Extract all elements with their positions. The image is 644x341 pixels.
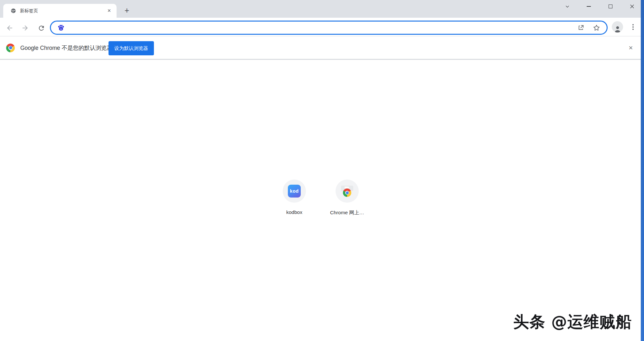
new-tab-page-content: kod kodbox Chrome 网上… 头条 @运维贼船 bbox=[0, 61, 641, 341]
maximize-button[interactable] bbox=[600, 0, 621, 13]
watermark-text: 头条 @运维贼船 bbox=[513, 311, 632, 333]
profile-avatar-icon bbox=[614, 25, 621, 32]
profile-button[interactable] bbox=[612, 21, 623, 32]
shortcut-label: Chrome 网上… bbox=[326, 209, 368, 216]
browser-menu-button[interactable] bbox=[629, 22, 637, 32]
address-bar[interactable]: du bbox=[50, 21, 608, 35]
close-icon bbox=[629, 4, 635, 9]
default-browser-infobar: Google Chrome 不是您的默认浏览器 设为默认浏览器 × bbox=[0, 37, 641, 60]
baidu-paw-icon: du bbox=[57, 24, 65, 32]
forward-button[interactable] bbox=[20, 23, 30, 33]
omnibox-actions bbox=[577, 24, 600, 32]
navigation-toolbar: du bbox=[0, 18, 641, 36]
reload-button[interactable] bbox=[36, 23, 46, 33]
maximize-icon bbox=[609, 5, 612, 8]
tab-title: 新标签页 bbox=[20, 8, 106, 14]
back-arrow-icon bbox=[6, 24, 14, 32]
share-icon bbox=[577, 24, 584, 31]
svg-text:du: du bbox=[60, 28, 62, 30]
shortcut-kodbox[interactable]: kod kodbox bbox=[273, 180, 315, 215]
share-button[interactable] bbox=[577, 24, 584, 31]
new-tab-button[interactable]: + bbox=[122, 5, 132, 15]
back-button[interactable] bbox=[5, 23, 15, 33]
bookmark-button[interactable] bbox=[593, 24, 600, 32]
chrome-logo-icon bbox=[6, 43, 15, 52]
chrome-web-store-icon bbox=[341, 185, 354, 197]
reload-icon bbox=[38, 24, 45, 32]
globe-icon bbox=[11, 8, 16, 14]
tab-close-button[interactable]: × bbox=[106, 8, 112, 14]
set-default-browser-button[interactable]: 设为默认浏览器 bbox=[109, 41, 154, 55]
infobar-message: Google Chrome 不是您的默认浏览器 bbox=[20, 44, 112, 52]
tab-new-tab-page[interactable]: 新标签页 × bbox=[3, 4, 117, 18]
screen: 新标签页 × + bbox=[0, 0, 644, 341]
kebab-menu-icon bbox=[632, 24, 634, 25]
shortcut-label: kodbox bbox=[273, 209, 315, 215]
forward-arrow-icon bbox=[21, 24, 29, 32]
tab-strip: 新标签页 × + bbox=[0, 0, 641, 18]
desktop-background-edge bbox=[641, 0, 644, 341]
shortcut-chrome-web-store[interactable]: Chrome 网上… bbox=[326, 180, 368, 216]
infobar-close-button[interactable]: × bbox=[626, 43, 636, 53]
window-close-button[interactable] bbox=[621, 0, 643, 13]
tab-search-button[interactable] bbox=[556, 0, 578, 13]
browser-window: 新标签页 × + bbox=[0, 0, 641, 341]
window-controls bbox=[556, 0, 643, 13]
kodbox-icon: kod bbox=[288, 185, 301, 198]
address-input[interactable] bbox=[69, 25, 577, 31]
minimize-button[interactable] bbox=[578, 0, 600, 13]
bookmark-star-icon bbox=[593, 24, 600, 32]
minimize-icon bbox=[587, 6, 591, 7]
chevron-down-icon bbox=[564, 4, 570, 9]
